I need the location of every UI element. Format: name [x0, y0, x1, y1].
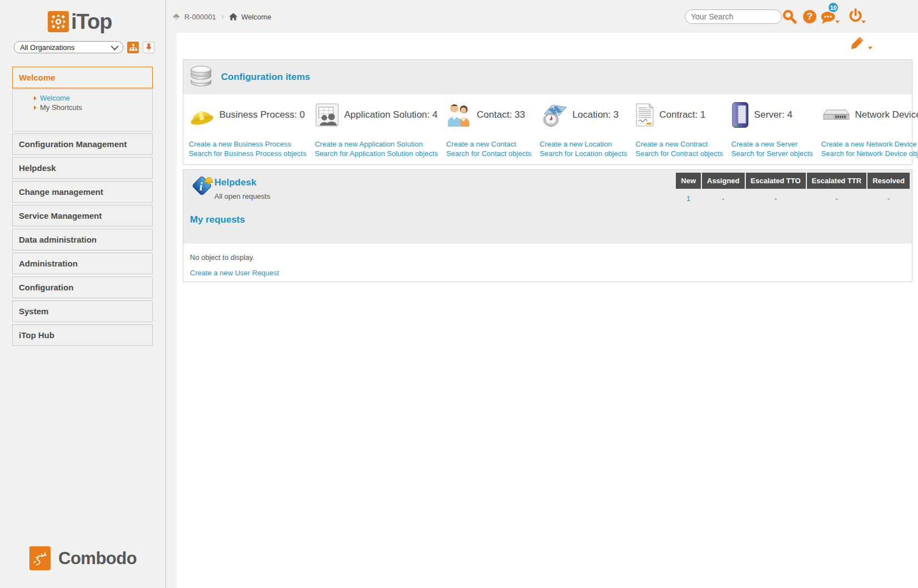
edit-dashboard-button[interactable]	[850, 36, 865, 52]
logoff-button[interactable]	[848, 8, 863, 26]
ci-label: Contract: 1	[659, 109, 705, 120]
application-icon	[315, 103, 339, 127]
combodo-logo-text: Combodo	[58, 549, 137, 569]
notification-count-badge: 10	[827, 2, 839, 13]
sidebar-section-configuration-management[interactable]: Configuration Management	[12, 133, 153, 155]
compass-map-icon	[540, 103, 568, 127]
ci-label: Business Process: 0	[219, 109, 305, 120]
organization-select-value: All Organizations	[20, 43, 74, 52]
arrow-right-icon	[34, 105, 37, 110]
svg-text:i: i	[199, 180, 203, 193]
create-location-link[interactable]: Create a new Location	[540, 139, 628, 149]
sidebar-section-data-administration[interactable]: Data administration	[12, 229, 153, 250]
search-icon	[782, 9, 797, 24]
search-server-link[interactable]: Search for Server objects	[731, 149, 813, 158]
table-header-row: New Assigned Escalated TTO Escalated TTR…	[676, 173, 910, 189]
breadcrumb: R-000001 › Welcome	[174, 12, 271, 22]
column-header-escalated-tto[interactable]: Escalated TTO	[746, 173, 806, 189]
org-hierarchy-button[interactable]	[127, 42, 139, 53]
ci-location: Location: 3 Create a new Location Search…	[540, 99, 628, 158]
chevron-down-icon	[111, 43, 119, 51]
search-button[interactable]	[782, 9, 797, 26]
column-header-resolved[interactable]: Resolved	[867, 173, 910, 189]
pushpin-icon	[146, 43, 152, 52]
cell-resolved: -	[867, 189, 910, 203]
cell-escalated-tto: -	[746, 189, 806, 203]
search-input[interactable]	[685, 9, 782, 24]
notifications-button[interactable]	[820, 11, 836, 27]
contacts-icon	[447, 103, 472, 127]
ci-contract: Contract: 1 Create a new Contract Search…	[635, 99, 723, 158]
sidebar-section-service-management[interactable]: Service Management	[12, 205, 153, 227]
search-application-solution-link[interactable]: Search for Application Solution objects	[315, 149, 438, 158]
sidebar-section-helpdesk[interactable]: Helpdesk	[12, 157, 153, 179]
helpdesk-panel: i Helpdesk All open requests My requests…	[183, 169, 912, 282]
ci-server: Server: 4 Create a new Server Search for…	[731, 99, 813, 158]
column-header-assigned[interactable]: Assigned	[702, 173, 745, 189]
breadcrumb-current[interactable]: Welcome	[241, 13, 271, 21]
ci-label: Network Device: 2	[855, 109, 918, 120]
contract-document-icon	[635, 103, 654, 127]
helpdesk-info-icon: i	[190, 174, 214, 200]
ci-label: Server: 4	[754, 109, 792, 120]
sidebar-section-administration[interactable]: Administration	[12, 253, 153, 274]
sidebar-item-welcome[interactable]: Welcome	[13, 93, 152, 103]
search-business-process-link[interactable]: Search for Business Process objects	[189, 149, 307, 158]
organization-select[interactable]: All Organizations	[14, 41, 123, 53]
search-contract-link[interactable]: Search for Contract objects	[635, 149, 723, 158]
search-contact-link[interactable]: Search for Contact objects	[447, 149, 531, 158]
create-business-process-link[interactable]: Create a new Business Process	[189, 139, 307, 149]
ci-network-device: Network Device: 2 Create a new Network D…	[821, 99, 918, 158]
question-mark-icon: ?	[807, 11, 812, 22]
empty-list-message: No object to display.	[183, 244, 912, 262]
pencil-icon	[850, 36, 865, 50]
pin-menu-button[interactable]	[143, 42, 154, 53]
column-header-escalated-ttr[interactable]: Escalated TTR	[807, 173, 867, 189]
notifications-caret-icon[interactable]	[835, 21, 840, 23]
sidebar-section-change-management[interactable]: Change management	[12, 181, 153, 203]
column-header-new[interactable]: New	[676, 173, 701, 189]
itop-logo-text: iTop	[71, 11, 112, 32]
sidebar-section-welcome[interactable]: Welcome	[12, 67, 153, 88]
sidebar-item-my-shortcuts[interactable]: My Shortcuts	[13, 103, 152, 112]
cell-new: 1	[676, 189, 701, 203]
itop-logo-icon	[48, 11, 69, 32]
create-contract-link[interactable]: Create a new Contract	[635, 139, 723, 149]
organization-filter-row: All Organizations	[14, 41, 154, 53]
combodo-gecko-icon	[29, 546, 51, 570]
help-button[interactable]: ?	[803, 10, 816, 23]
power-icon	[848, 8, 863, 23]
network-switch-icon	[821, 107, 850, 123]
itop-logo: iTop	[48, 11, 112, 32]
hardhat-icon	[189, 103, 214, 127]
edit-dashboard-caret-icon[interactable]	[868, 47, 872, 49]
create-contact-link[interactable]: Create a new Contact	[447, 139, 531, 149]
sidebar-section-system[interactable]: System	[12, 300, 153, 322]
create-application-solution-link[interactable]: Create a new Application Solution	[315, 139, 438, 149]
helpdesk-subtitle: All open requests	[214, 192, 270, 200]
helpdesk-title[interactable]: Helpdesk	[214, 177, 257, 188]
new-requests-count-link[interactable]: 1	[686, 194, 690, 203]
my-requests-title: My requests	[190, 214, 245, 225]
ci-application-solution: Application Solution: 4 Create a new App…	[315, 99, 438, 158]
create-user-request-link[interactable]: Create a new User Request	[190, 269, 279, 277]
search-network-device-link[interactable]: Search for Network Device objects	[821, 149, 918, 158]
combodo-logo: Combodo	[29, 546, 137, 570]
configuration-items-row: Business Process: 0 Create a new Busines…	[183, 94, 912, 158]
table-row: 1 - - - -	[676, 189, 910, 203]
configuration-items-title: Configuration items	[221, 72, 310, 83]
create-server-link[interactable]: Create a new Server	[731, 139, 813, 149]
ci-label: Location: 3	[573, 109, 619, 120]
search-location-link[interactable]: Search for Location objects	[540, 149, 628, 158]
create-network-device-link[interactable]: Create a new Network Device	[821, 139, 918, 149]
ci-label: Contact: 33	[477, 109, 525, 120]
sidebar: iTop All Organizations	[0, 0, 166, 588]
sidebar-section-configuration[interactable]: Configuration	[12, 277, 153, 298]
configuration-items-panel: Configuration items Business P	[183, 59, 912, 165]
logoff-caret-icon[interactable]	[861, 21, 866, 23]
breadcrumb-separator: ›	[221, 12, 224, 22]
sidebar-section-itop-hub[interactable]: iTop Hub	[12, 324, 153, 346]
helpdesk-header-band: i Helpdesk All open requests My requests…	[183, 170, 912, 244]
sitemap-icon	[129, 44, 137, 51]
breadcrumb-ref[interactable]: R-000001	[184, 13, 216, 21]
